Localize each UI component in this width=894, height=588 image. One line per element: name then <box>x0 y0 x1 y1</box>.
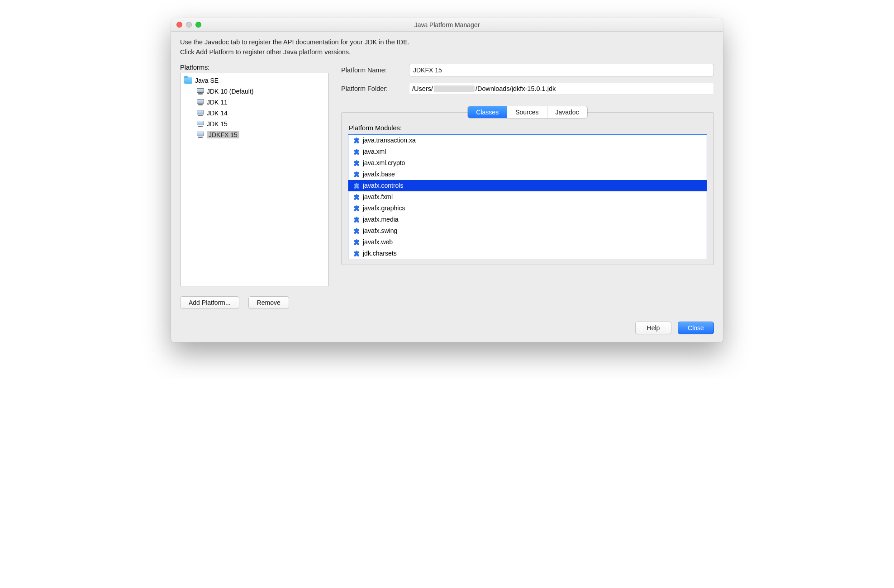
module-icon <box>352 171 360 178</box>
module-name: java.xml <box>363 148 386 155</box>
modules-panel: Platform Modules: java.transaction.xajav… <box>341 112 714 265</box>
platform-icon <box>197 132 204 138</box>
module-icon <box>352 193 360 200</box>
platform-folder-value: /Users/ /Downloads/jdkfx-15.0.1.jdk <box>409 83 714 95</box>
tab-javadoc[interactable]: Javadoc <box>547 106 587 118</box>
module-icon <box>352 238 360 246</box>
module-name: javafx.base <box>363 171 395 178</box>
folder-path-suffix: /Downloads/jdkfx-15.0.1.jdk <box>476 85 556 92</box>
intro-line-2: Click Add Platform to register other Jav… <box>180 47 714 57</box>
platform-item[interactable]: JDKFX 15 <box>181 129 328 140</box>
platform-folder-label: Platform Folder: <box>341 85 409 92</box>
module-name: java.xml.crypto <box>363 159 405 166</box>
platform-item-label: JDK 10 (Default) <box>207 88 253 95</box>
module-item[interactable]: java.xml <box>348 146 707 157</box>
folder-icon <box>184 77 192 84</box>
module-item[interactable]: jdk.charsets <box>348 248 707 259</box>
help-button[interactable]: Help <box>635 322 671 334</box>
module-item[interactable]: javafx.controls <box>348 180 707 191</box>
module-item[interactable]: java.transaction.xa <box>348 135 707 146</box>
titlebar: Java Platform Manager <box>171 18 723 32</box>
module-icon <box>352 148 360 155</box>
platform-icon <box>197 88 204 95</box>
module-name: javafx.fxml <box>363 193 393 200</box>
window-controls <box>176 22 201 28</box>
platform-icon <box>197 121 204 127</box>
module-name: javafx.swing <box>363 227 397 234</box>
platforms-label: Platforms: <box>180 64 328 71</box>
module-item[interactable]: java.xml.crypto <box>348 157 707 169</box>
module-list[interactable]: java.transaction.xajava.xmljava.xml.cryp… <box>348 134 707 259</box>
add-platform-button[interactable]: Add Platform... <box>180 296 239 309</box>
module-name: javafx.controls <box>363 182 403 189</box>
platform-icon <box>197 99 204 105</box>
close-button[interactable]: Close <box>678 322 714 334</box>
platform-item[interactable]: JDK 14 <box>181 108 328 119</box>
module-icon <box>352 216 360 223</box>
intro-line-1: Use the Javadoc tab to register the API … <box>180 37 714 47</box>
platform-item-label: JDK 11 <box>207 99 228 106</box>
platform-name-label: Platform Name: <box>341 66 409 74</box>
zoom-window-icon[interactable] <box>195 22 201 28</box>
minimize-window-icon <box>186 22 192 28</box>
module-icon <box>352 182 360 189</box>
module-icon <box>352 159 360 166</box>
platform-item[interactable]: JDK 11 <box>181 97 328 108</box>
detail-tabs: ClassesSourcesJavadoc <box>468 106 587 118</box>
close-window-icon[interactable] <box>176 22 182 28</box>
content-area: Use the Javadoc tab to register the API … <box>171 32 723 342</box>
platform-details: Platform Name: Platform Folder: /Users/ … <box>341 64 714 309</box>
module-icon <box>352 250 360 257</box>
platform-item-label: JDK 15 <box>207 120 228 128</box>
module-item[interactable]: javafx.swing <box>348 225 707 237</box>
module-icon <box>352 137 360 144</box>
module-name: javafx.media <box>363 216 399 223</box>
module-item[interactable]: javafx.fxml <box>348 191 707 203</box>
platform-icon <box>197 110 204 116</box>
module-name: jdk.charsets <box>363 250 397 257</box>
window: Java Platform Manager Use the Javadoc ta… <box>171 18 723 342</box>
intro-text: Use the Javadoc tab to register the API … <box>180 37 714 57</box>
module-item[interactable]: javafx.web <box>348 237 707 248</box>
tab-classes[interactable]: Classes <box>468 106 507 118</box>
module-name: java.transaction.xa <box>363 137 416 144</box>
dialog-footer: Help Close <box>180 322 714 334</box>
platform-name-input[interactable] <box>409 64 714 76</box>
folder-path-prefix: /Users/ <box>412 85 433 92</box>
module-name: javafx.web <box>363 238 393 246</box>
module-icon <box>352 204 360 212</box>
folder-path-redacted <box>434 85 475 92</box>
platforms-panel: Platforms: Java SEJDK 10 (Default)JDK 11… <box>180 64 328 309</box>
platform-group[interactable]: Java SE <box>181 75 328 86</box>
platform-item-label: JDK 14 <box>207 109 228 117</box>
platform-group-label: Java SE <box>195 77 219 84</box>
tab-sources[interactable]: Sources <box>507 106 547 118</box>
platform-item[interactable]: JDK 10 (Default) <box>181 86 328 97</box>
window-title: Java Platform Manager <box>414 21 480 28</box>
module-name: javafx.graphics <box>363 204 405 212</box>
module-icon <box>352 227 360 234</box>
remove-platform-button[interactable]: Remove <box>248 296 289 309</box>
platform-item[interactable]: JDK 15 <box>181 119 328 129</box>
platforms-tree[interactable]: Java SEJDK 10 (Default)JDK 11JDK 14JDK 1… <box>180 73 328 286</box>
module-item[interactable]: javafx.media <box>348 214 707 225</box>
modules-label: Platform Modules: <box>349 124 707 132</box>
module-item[interactable]: javafx.graphics <box>348 203 707 214</box>
module-item[interactable]: javafx.base <box>348 169 707 180</box>
platform-item-label: JDKFX 15 <box>207 131 239 138</box>
